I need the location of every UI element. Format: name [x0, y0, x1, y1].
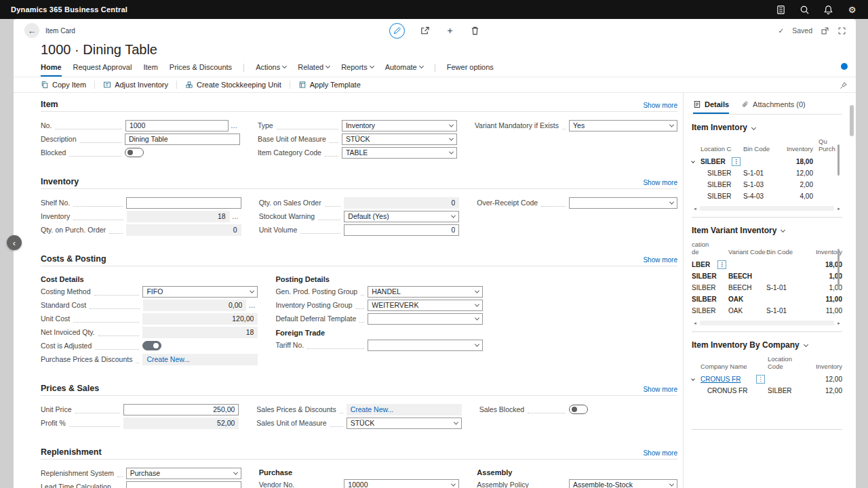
over-receipt-code-select[interactable] — [569, 197, 677, 209]
base-unit-of-measure-select[interactable]: STÜCK — [342, 134, 457, 145]
back-button[interactable]: ← — [24, 23, 39, 38]
tab-reports[interactable]: Reports — [341, 63, 374, 77]
tab-request-approval[interactable]: Request Approval — [73, 63, 132, 77]
blocked-toggle[interactable] — [125, 148, 144, 157]
open-in-window-icon[interactable] — [821, 26, 829, 35]
inventory-posting-group-select[interactable]: WEITERVERK — [368, 300, 483, 311]
table-row[interactable]: SILBER⋮18,00 — [692, 156, 842, 167]
scroll-right-icon[interactable]: ▸ — [835, 206, 842, 211]
show-more-link[interactable]: Show more — [643, 179, 677, 186]
factbox-section-title[interactable]: Item Inventory By Company — [692, 340, 842, 350]
tariff-no-select[interactable] — [368, 340, 483, 351]
item-category-code-select[interactable]: TABLE — [342, 147, 457, 159]
table-row[interactable]: SILBEROAK11,00 — [692, 293, 842, 305]
create-new-link[interactable]: Create New... — [351, 405, 458, 413]
table-row[interactable]: SILBERBEECHS-1-011,00 — [692, 282, 842, 293]
apply-template-button[interactable]: Apply Template — [298, 81, 361, 89]
tab-item[interactable]: Item — [143, 63, 157, 77]
share-icon[interactable] — [420, 26, 430, 36]
factbox-section-title[interactable]: Item Inventory — [692, 123, 842, 132]
expand-chevron-icon[interactable] — [691, 377, 695, 381]
description-field[interactable]: Dining Table — [125, 134, 240, 145]
table-horizontal-scrollbar[interactable]: ◂▸ — [692, 206, 842, 211]
replenishment-system-select[interactable]: Purchase — [126, 468, 241, 479]
gen-prod-posting-group-select[interactable]: HANDEL — [368, 286, 483, 298]
copy-item-button[interactable]: Copy Item — [41, 81, 86, 89]
costing-method-select[interactable]: FIFO — [142, 286, 258, 298]
new-item-button[interactable]: + — [445, 26, 455, 36]
tab-actions[interactable]: Actions — [256, 63, 286, 77]
sales-unit-of-measure-select[interactable]: STÜCK — [347, 418, 462, 429]
pin-ribbon-icon[interactable] — [839, 81, 848, 90]
row-menu-button[interactable]: ⋮ — [717, 260, 726, 269]
settings-gear-icon[interactable]: ⚙ — [847, 5, 857, 15]
table-row[interactable]: SILBERS-1-0112,00 — [692, 167, 842, 179]
tab-details[interactable]: Details — [693, 100, 729, 114]
create-new-link[interactable]: Create New... — [146, 355, 254, 363]
sales-prices-discounts-field[interactable]: Create New... — [347, 404, 462, 415]
table-row[interactable]: CRONUS FR⋮12,00 — [692, 373, 842, 385]
tasks-icon[interactable] — [776, 5, 786, 15]
factbox-vertical-scrollbar[interactable] — [850, 105, 854, 136]
lead-time-calculation-field[interactable] — [126, 481, 241, 488]
qty-on-sales-order-field[interactable]: 0 — [344, 197, 459, 209]
assist-edit-button[interactable]: … — [231, 122, 240, 129]
table-row[interactable]: SILBERS-4-034,00 — [692, 190, 842, 202]
table-row[interactable]: LBER⋮18,00 — [692, 259, 842, 270]
tab-home[interactable]: Home — [41, 63, 62, 77]
factbox-section-title[interactable]: Item Variant Inventory — [692, 226, 842, 235]
show-more-link[interactable]: Show more — [643, 449, 677, 457]
assembly-policy-select[interactable]: Assemble-to-Stock — [569, 479, 677, 488]
tab-fewer-options[interactable]: Fewer options — [447, 63, 494, 77]
net-invoiced-qty-field[interactable]: 18 — [142, 327, 258, 338]
scroll-left-icon[interactable]: ◂ — [692, 206, 698, 211]
table-row[interactable]: SILBERS-1-032,00 — [692, 179, 842, 190]
inventory-field[interactable]: 18 — [127, 211, 230, 222]
shelf-no-field[interactable] — [126, 197, 241, 209]
search-icon[interactable] — [800, 5, 810, 15]
stockout-warning-select[interactable]: Default (Yes) — [344, 211, 459, 222]
show-more-link[interactable]: Show more — [643, 102, 677, 109]
profit-percent-field[interactable]: 52,00 — [123, 418, 239, 429]
table-row[interactable]: SILBERBEECH1,00 — [692, 270, 842, 282]
expand-chevron-icon[interactable] — [691, 160, 695, 164]
unit-volume-field[interactable]: 0 — [344, 224, 459, 236]
sales-blocked-toggle[interactable] — [569, 405, 588, 414]
show-more-link[interactable]: Show more — [643, 386, 677, 393]
resize-expand-icon[interactable] — [837, 26, 846, 35]
table-row[interactable]: CRONUS FRSILBER12,00 — [692, 385, 842, 396]
tab-related[interactable]: Related — [298, 63, 330, 77]
adjust-inventory-button[interactable]: Adjust Inventory — [103, 81, 168, 89]
row-menu-button[interactable]: ⋮ — [756, 375, 765, 384]
tab-attachments[interactable]: Attachments (0) — [741, 100, 806, 114]
unit-price-field[interactable]: 250,00 — [123, 404, 239, 415]
table-horizontal-scrollbar[interactable]: ◂▸ — [692, 321, 842, 326]
assist-edit-button[interactable]: … — [248, 302, 258, 309]
tab-automate[interactable]: Automate — [385, 63, 423, 77]
show-more-link[interactable]: Show more — [643, 256, 677, 264]
vendor-no-select[interactable]: 10000 — [344, 479, 459, 488]
variant-mandatory-select[interactable]: Yes — [569, 120, 677, 131]
cost-is-adjusted-toggle[interactable] — [142, 341, 161, 350]
collapse-panel-button[interactable]: ‹ — [7, 235, 22, 250]
company-link[interactable]: CRONUS FR — [701, 375, 741, 383]
table-row[interactable]: SILBEROAKS-1-0111,00 — [692, 305, 842, 317]
scroll-left-icon[interactable]: ◂ — [692, 321, 698, 326]
tab-prices-discounts[interactable]: Prices & Discounts — [170, 63, 232, 77]
info-indicator-icon[interactable] — [841, 63, 848, 70]
table-vertical-scrollbar[interactable] — [837, 249, 840, 289]
edit-button[interactable] — [389, 23, 405, 39]
create-stockkeeping-unit-button[interactable]: Create Stockkeeping Unit — [185, 81, 281, 89]
delete-trash-icon[interactable] — [470, 26, 480, 36]
scroll-right-icon[interactable]: ▸ — [835, 321, 842, 326]
type-select[interactable]: Inventory — [342, 120, 457, 131]
standard-cost-field[interactable]: 0,00 — [143, 300, 246, 311]
app-brand[interactable]: Dynamics 365 Business Central — [11, 5, 127, 14]
notifications-bell-icon[interactable] — [823, 5, 833, 15]
assist-edit-button[interactable]: … — [232, 213, 241, 220]
row-menu-button[interactable]: ⋮ — [732, 157, 741, 166]
qty-on-purch-order-field[interactable]: 0 — [126, 224, 241, 236]
purchase-prices-discounts-field[interactable]: Create New... — [142, 354, 258, 365]
table-vertical-scrollbar[interactable] — [837, 144, 840, 176]
no-field[interactable]: 1000 — [125, 120, 229, 131]
